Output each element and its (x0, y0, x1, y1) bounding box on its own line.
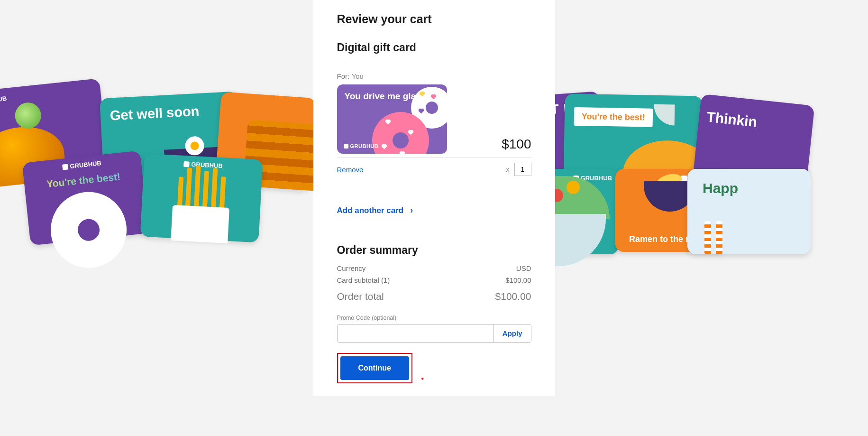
dot-marker: ● (421, 376, 424, 381)
subtotal-value: $100.00 (505, 276, 531, 284)
order-summary-title: Order summary (337, 244, 531, 257)
continue-button[interactable]: Continue (340, 356, 409, 380)
quantity-input[interactable] (514, 163, 531, 176)
bg-card-happy: Happ (687, 169, 811, 254)
add-another-card-link[interactable]: Add another card › (313, 196, 555, 225)
subtotal-label: Card subtotal (1) (337, 276, 390, 284)
for-value: You (352, 72, 364, 80)
apply-button[interactable]: Apply (493, 325, 531, 342)
cart-section: Review your cart Digital gift card For: … (313, 0, 555, 188)
qty-symbol: x (506, 166, 510, 173)
continue-highlight-box: Continue (337, 353, 412, 383)
bg-card-fries: GRUBHUB (140, 154, 263, 243)
order-total-value: $100.00 (495, 291, 531, 302)
checkout-panel: Review your cart Digital gift card For: … (313, 0, 555, 396)
order-summary-section: Order summary Currency USD Card subtotal… (313, 232, 555, 396)
add-another-label: Add another card (337, 206, 404, 215)
bg-text: Happ (687, 169, 811, 196)
promo-label: Promo Code (optional) (337, 315, 531, 321)
order-total-label: Order total (337, 291, 384, 302)
recipient-row: For: You (337, 72, 531, 81)
product-title: Digital gift card (337, 41, 531, 54)
divider (337, 158, 531, 158)
for-label: For: (337, 72, 350, 80)
bg-paper-text: You're the best! (574, 107, 653, 127)
gift-card-preview: You drive me glazy GRUBHUB (337, 84, 447, 154)
item-price: $100 (502, 137, 531, 152)
bg-text: Thinkin (698, 94, 814, 136)
card-brand: GRUBHUB (344, 143, 379, 149)
review-cart-title: Review your cart (337, 12, 531, 26)
bg-card-best-donut: GRUBHUB You're the best! (22, 150, 149, 245)
remove-link[interactable]: Remove (337, 166, 364, 174)
promo-box: Apply (337, 324, 531, 343)
bag-icon (344, 144, 348, 148)
chevron-right-icon: › (410, 205, 413, 215)
promo-code-input[interactable] (338, 325, 493, 342)
currency-label: Currency (337, 264, 366, 272)
currency-value: USD (516, 264, 531, 272)
bg-text: Get well soon (100, 92, 239, 135)
